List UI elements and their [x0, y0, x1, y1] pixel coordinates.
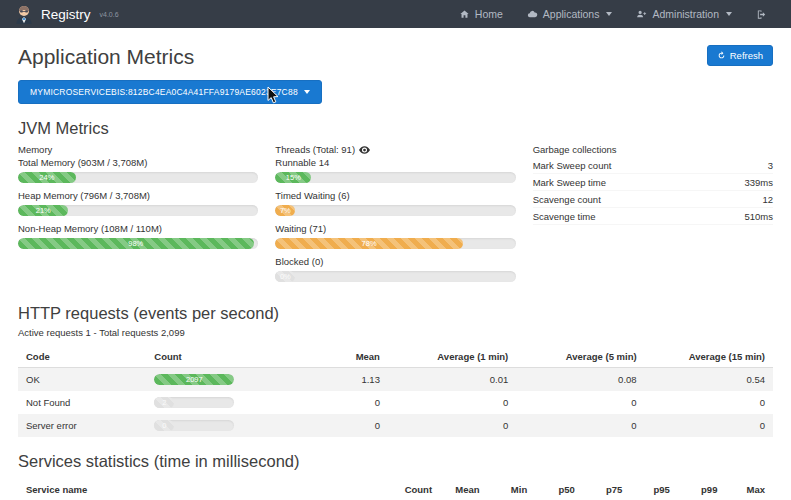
memory-bar-progress-fill: 24% — [18, 172, 76, 183]
gc-value: 510ms — [744, 211, 773, 222]
http-requests-title: HTTP requests (events per second) — [18, 304, 773, 323]
gc-label: Mark Sweep count — [533, 160, 612, 171]
http-avg-5min: 0.08 — [516, 368, 644, 392]
thread-bar-progress: 15% — [275, 172, 515, 183]
http-mean: 0 — [282, 414, 388, 437]
threads-column: Threads (Total: 91) Runnable 1415%Timed … — [275, 144, 515, 289]
http-col-header: Count — [146, 346, 282, 368]
nav-item-administration[interactable]: Administration — [626, 2, 742, 26]
thread-bar-progress: 0% — [275, 271, 515, 282]
thread-bar-progress-fill: 78% — [275, 238, 462, 249]
http-avg-15min: 0.54 — [645, 368, 773, 392]
services-col-header: Mean — [440, 479, 488, 500]
http-count-bar-fill: 0 — [154, 420, 174, 431]
thread-bar-progress: 7% — [275, 205, 515, 216]
http-col-header: Average (15 min) — [645, 346, 773, 368]
gc-label: Mark Sweep time — [533, 177, 606, 188]
gc-label: Scavenge time — [533, 211, 596, 222]
thread-bar-label: Timed Waiting (6) — [275, 190, 515, 201]
gc-value: 339ms — [744, 177, 773, 188]
chevron-down-icon — [606, 12, 612, 16]
gc-row: Scavenge count12 — [533, 191, 773, 208]
thread-bar-progress: 78% — [275, 238, 515, 249]
http-count-bar: 0 — [154, 420, 234, 431]
http-col-header: Mean — [282, 346, 388, 368]
http-mean: 1.13 — [282, 368, 388, 392]
http-count-bar-fill: 2097 — [154, 374, 234, 385]
http-requests-summary: Active requests 1 - Total requests 2,099 — [18, 327, 773, 338]
http-mean: 0 — [282, 391, 388, 414]
services-col-header: p95 — [630, 479, 678, 500]
http-requests-table: CodeCountMeanAverage (1 min)Average (5 m… — [18, 346, 773, 437]
sign-out-icon — [756, 9, 767, 20]
memory-bar-label: Non-Heap Memory (108M / 110M) — [18, 223, 258, 234]
http-avg-5min: 0 — [516, 391, 644, 414]
gc-value: 3 — [768, 160, 773, 171]
http-code: Not Found — [18, 391, 146, 414]
services-col-header: p99 — [678, 479, 726, 500]
page-title: Application Metrics — [18, 45, 194, 69]
http-col-header: Code — [18, 346, 146, 368]
thread-bar-progress-fill: 0% — [275, 271, 295, 282]
refresh-button[interactable]: Refresh — [707, 45, 773, 66]
cloud-icon — [527, 9, 538, 20]
gc-title: Garbage collections — [533, 144, 773, 155]
chevron-down-icon — [304, 90, 310, 94]
http-code: OK — [18, 368, 146, 392]
services-statistics-table: Service nameCountMeanMinp50p75p95p99Max … — [18, 479, 773, 500]
threads-title: Threads (Total: 91) — [275, 144, 355, 155]
brand-link[interactable]: Registry v4.0.6 — [14, 4, 119, 24]
memory-bar-progress-fill: 21% — [18, 205, 68, 216]
gc-label: Scavenge count — [533, 194, 601, 205]
refresh-icon — [717, 51, 726, 60]
thread-bar-label: Runnable 14 — [275, 157, 515, 168]
thread-bar-progress-fill: 7% — [275, 205, 295, 216]
http-code: Server error — [18, 414, 146, 437]
http-avg-15min: 0 — [645, 391, 773, 414]
gc-row: Mark Sweep count3 — [533, 157, 773, 174]
thread-bar-progress-fill: 15% — [275, 172, 311, 183]
memory-title: Memory — [18, 144, 258, 155]
services-col-header: p50 — [535, 479, 583, 500]
nav-menu: HomeApplicationsAdministration — [449, 2, 777, 26]
memory-bar-progress: 98% — [18, 238, 258, 249]
services-col-header: Count — [380, 479, 440, 500]
memory-bar-progress: 21% — [18, 205, 258, 216]
http-count-bar: 2097 — [154, 374, 234, 385]
services-col-header: Max — [725, 479, 773, 500]
http-table-row: Server error00000 — [18, 414, 773, 437]
http-count-bar: 2 — [154, 397, 234, 408]
gc-column: Garbage collections Mark Sweep count3Mar… — [533, 144, 773, 289]
http-avg-1min: 0 — [388, 391, 516, 414]
http-avg-5min: 0 — [516, 414, 644, 437]
memory-bar-label: Total Memory (903M / 3,708M) — [18, 157, 258, 168]
thread-bar-label: Waiting (71) — [275, 223, 515, 234]
memory-bar-progress: 24% — [18, 172, 258, 183]
services-statistics-title: Services statistics (time in millisecond… — [18, 452, 773, 471]
brand-version: v4.0.6 — [100, 11, 119, 18]
home-icon — [459, 9, 470, 20]
http-avg-1min: 0.01 — [388, 368, 516, 392]
services-col-header: p75 — [583, 479, 631, 500]
http-count-bar-fill: 2 — [154, 397, 174, 408]
memory-column: Memory Total Memory (903M / 3,708M)24%He… — [18, 144, 258, 289]
http-table-row: OK20971.130.010.080.54 — [18, 368, 773, 392]
nav-item-sign-out[interactable] — [746, 3, 777, 26]
services-col-header: Min — [488, 479, 536, 500]
navbar: Registry v4.0.6 HomeApplicationsAdminist… — [0, 0, 791, 28]
admin-icon — [636, 9, 647, 20]
nav-item-home[interactable]: Home — [449, 2, 513, 26]
nav-item-applications[interactable]: Applications — [517, 2, 623, 26]
memory-bar-progress-fill: 98% — [18, 238, 254, 249]
jhipster-avatar-logo — [14, 4, 34, 24]
eye-icon[interactable] — [359, 146, 370, 154]
jvm-metrics-title: JVM Metrics — [18, 119, 773, 138]
gc-row: Mark Sweep time339ms — [533, 174, 773, 191]
thread-bar-label: Blocked (0) — [275, 256, 515, 267]
instance-dropdown-label: MYMICROSERVICEBIS:812BC4EA0C4A41FFA9179A… — [30, 87, 298, 97]
instance-dropdown[interactable]: MYMICROSERVICEBIS:812BC4EA0C4A41FFA9179A… — [18, 80, 322, 104]
main-content: Application Metrics Refresh MYMICROSERVI… — [0, 28, 791, 500]
chevron-down-icon — [726, 12, 732, 16]
memory-bar-label: Heap Memory (796M / 3,708M) — [18, 190, 258, 201]
gc-value: 12 — [762, 194, 773, 205]
